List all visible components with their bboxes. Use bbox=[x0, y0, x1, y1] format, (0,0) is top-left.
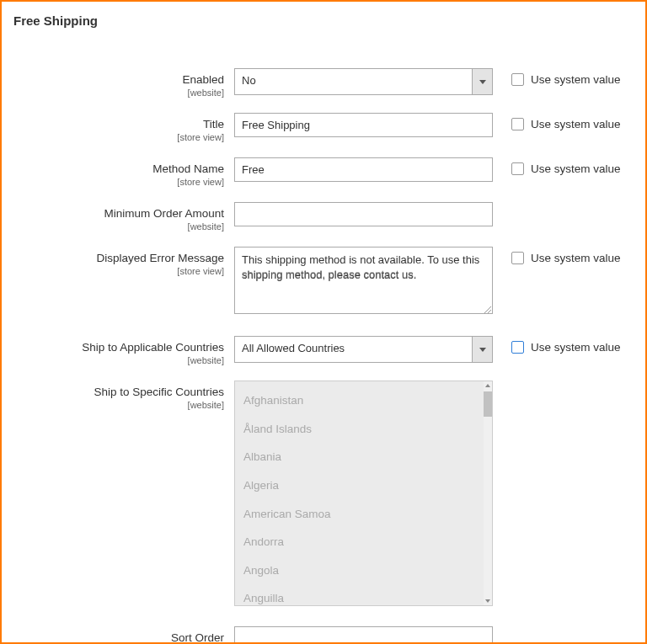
scroll-up-icon[interactable] bbox=[484, 381, 492, 390]
row-min-order: Minimum Order Amount [website] bbox=[13, 202, 634, 232]
scroll-thumb[interactable] bbox=[484, 391, 492, 417]
sort-order-input[interactable] bbox=[234, 626, 493, 644]
country-option[interactable]: Algeria bbox=[235, 471, 492, 500]
label-specific: Ship to Specific Countries bbox=[13, 386, 224, 398]
enabled-select-value: No bbox=[235, 69, 472, 94]
title-input[interactable] bbox=[234, 113, 493, 137]
use-system-label: Use system value bbox=[531, 162, 621, 175]
country-option[interactable]: American Samoa bbox=[235, 500, 492, 529]
row-sort-order: Sort Order [website] bbox=[13, 626, 634, 644]
enabled-use-system-checkbox[interactable] bbox=[511, 73, 524, 86]
error-msg-value: This shipping method is not available. T… bbox=[242, 253, 479, 281]
method-name-use-system-checkbox[interactable] bbox=[511, 162, 524, 175]
label-min-order: Minimum Order Amount bbox=[13, 207, 224, 220]
chevron-down-icon bbox=[472, 69, 492, 94]
row-applicable: Ship to Applicable Countries [website] A… bbox=[13, 336, 634, 365]
method-name-input[interactable] bbox=[234, 157, 493, 182]
scope-enabled: [website] bbox=[13, 88, 224, 98]
label-applicable: Ship to Applicable Countries bbox=[13, 341, 224, 354]
scroll-down-icon[interactable] bbox=[484, 597, 492, 605]
use-system-label: Use system value bbox=[531, 73, 621, 86]
label-enabled: Enabled bbox=[13, 73, 224, 86]
row-enabled: Enabled [website] No Use system value bbox=[13, 68, 634, 98]
country-option[interactable]: Afghanistan bbox=[235, 386, 492, 415]
chevron-down-icon bbox=[472, 337, 492, 362]
use-system-label: Use system value bbox=[531, 252, 621, 264]
scope-applicable: [website] bbox=[13, 355, 224, 365]
specific-countries-multiselect[interactable]: Afghanistan Åland Islands Albania Algeri… bbox=[234, 381, 493, 606]
label-method-name: Method Name bbox=[13, 162, 224, 175]
enabled-select[interactable]: No bbox=[234, 68, 493, 95]
scope-error-msg: [store view] bbox=[13, 266, 224, 276]
multiselect-scrollbar[interactable] bbox=[484, 381, 492, 605]
label-title: Title bbox=[13, 118, 224, 130]
error-msg-use-system-checkbox[interactable] bbox=[511, 252, 524, 264]
config-form: Enabled [website] No Use system value Ti… bbox=[13, 43, 634, 644]
applicable-use-system-checkbox[interactable] bbox=[511, 341, 524, 354]
applicable-select[interactable]: All Allowed Countries bbox=[234, 336, 493, 363]
scope-title: [store view] bbox=[13, 132, 224, 142]
scope-min-order: [website] bbox=[13, 221, 224, 232]
row-specific: Ship to Specific Countries [website] Afg… bbox=[13, 381, 634, 606]
section-title: Free Shipping bbox=[13, 13, 634, 28]
resize-handle-icon[interactable] bbox=[483, 304, 491, 312]
applicable-select-value: All Allowed Countries bbox=[235, 337, 472, 362]
min-order-input[interactable] bbox=[234, 202, 493, 226]
scope-specific: [website] bbox=[13, 400, 224, 410]
free-shipping-config-panel: Free Shipping Enabled [website] No Use s… bbox=[0, 0, 647, 644]
country-option[interactable]: Anguilla bbox=[235, 584, 492, 606]
row-title: Title [store view] Use system value bbox=[13, 113, 634, 142]
error-msg-textarea[interactable]: This shipping method is not available. T… bbox=[234, 247, 493, 314]
country-option[interactable]: Angola bbox=[235, 556, 492, 585]
scope-method-name: [store view] bbox=[13, 177, 224, 187]
title-use-system-checkbox[interactable] bbox=[511, 118, 524, 130]
use-system-label: Use system value bbox=[531, 341, 621, 354]
row-error-msg: Displayed Error Message [store view] Thi… bbox=[13, 247, 634, 314]
country-option[interactable]: Åland Islands bbox=[235, 415, 492, 444]
country-option[interactable]: Andorra bbox=[235, 528, 492, 556]
use-system-label: Use system value bbox=[531, 118, 621, 130]
label-sort-order: Sort Order bbox=[13, 631, 224, 644]
country-option[interactable]: Albania bbox=[235, 443, 492, 471]
label-error-msg: Displayed Error Message bbox=[13, 252, 224, 264]
row-method-name: Method Name [store view] Use system valu… bbox=[13, 157, 634, 187]
